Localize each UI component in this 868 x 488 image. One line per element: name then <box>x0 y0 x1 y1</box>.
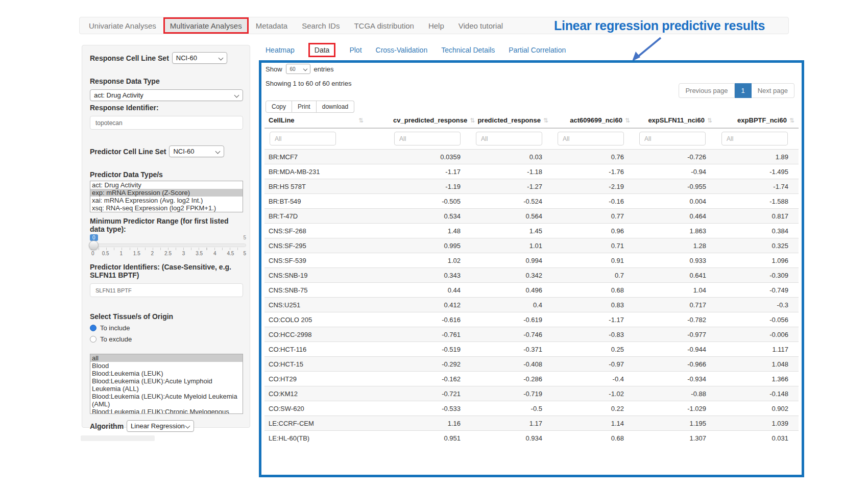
cell-value: -0.966 <box>634 357 716 372</box>
sort-icon[interactable]: ⇅ <box>707 117 712 124</box>
print-button[interactable]: Print <box>292 101 317 113</box>
table-row-cns-snb-19[interactable]: CNS:SNB-190.3430.3420.70.641-0.309 <box>264 268 799 283</box>
tissue-radio-group: To includeTo exclude <box>90 324 242 343</box>
table-row-co-hcc-2998[interactable]: CO:HCC-2998-0.761-0.746-0.83-0.977-0.006 <box>264 327 799 342</box>
slider-handle[interactable] <box>89 240 99 250</box>
nav-item-metadata[interactable]: Metadata <box>249 17 295 34</box>
listbox-option-exp-mrna-expression-z-score[interactable]: exp: mRNA Expression (Z-Score) <box>90 189 243 197</box>
table-row-cns-snb-75[interactable]: CNS:SNB-750.440.4960.681.04-0.749 <box>264 283 799 298</box>
nav-item-video-tutorial[interactable]: Video tutorial <box>451 17 510 34</box>
column-header-act609699-nci60[interactable]: act609699_nci60⇅ <box>552 113 634 128</box>
table-row-le-hl-60-tb[interactable]: LE:HL-60(TB)0.9510.9340.681.3070.031 <box>264 431 799 446</box>
table-row-co-hct-15[interactable]: CO:HCT-15-0.292-0.408-0.97-0.9661.048 <box>264 357 799 372</box>
column-label: act609699_nci60 <box>570 116 622 124</box>
cell-value: -0.309 <box>716 268 799 283</box>
cell-line: CNS:U251 <box>264 298 389 312</box>
predictor-data-types-listbox[interactable]: act: Drug Activityexp: mRNA Expression (… <box>90 181 243 212</box>
nav-item-univariate-analyses[interactable]: Univariate Analyses <box>82 17 163 34</box>
table-row-co-ht29[interactable]: CO:HT29-0.162-0.286-0.4-0.9341.366 <box>264 372 799 386</box>
slider-track[interactable] <box>90 243 246 247</box>
table-row-le-ccrf-cem[interactable]: LE:CCRF-CEM1.161.171.141.1951.039 <box>264 416 799 431</box>
table-row-br-bt-549[interactable]: BR:BT-549-0.505-0.524-0.160.004-1.588 <box>264 194 799 209</box>
table-row-co-sw-620[interactable]: CO:SW-620-0.533-0.50.22-1.0290.902 <box>264 401 799 416</box>
table-row-cns-sf-539[interactable]: CNS:SF-5391.020.9940.910.9331.096 <box>264 253 799 268</box>
radio-selected-icon[interactable] <box>90 325 97 331</box>
listbox-option-blood-leukemia-leuk-chronic-myelogenous-leukemia-cml[interactable]: Blood:Leukemia (LEUK):Chronic Myelogenou… <box>90 408 243 414</box>
table-row-cns-sf-268[interactable]: CNS:SF-2681.481.450.961.8630.384 <box>264 224 799 238</box>
filter-input-predicted-response[interactable] <box>476 132 542 145</box>
nav-item-multivariate-analyses[interactable]: Multivariate Analyses <box>163 17 249 34</box>
filter-input-cv-predicted-response[interactable] <box>394 132 461 145</box>
data-table: CellLine⇅cv_predicted_response⇅predicted… <box>264 113 799 446</box>
listbox-option-xsq-rna-seq-expression-log2-fpkm-1[interactable]: xsq: RNA-seq Expression (log2 FPKM+1.) <box>90 204 243 212</box>
next-page-button[interactable]: Next page <box>752 83 794 98</box>
sort-icon[interactable]: ⇅ <box>789 117 794 124</box>
tab-cross-validation[interactable]: Cross-Validation <box>376 46 428 54</box>
copy-button[interactable]: Copy <box>266 101 292 113</box>
cell-value: 1.096 <box>716 253 799 268</box>
listbox-option-blood-leukemia-leuk-acute-lymphoid-leukemia-all[interactable]: Blood:Leukemia (LEUK):Acute Lymphoid Leu… <box>90 377 243 393</box>
column-header-cv-predicted-response[interactable]: cv_predicted_response⇅ <box>389 113 471 128</box>
radio-unselected-icon[interactable] <box>90 336 97 343</box>
sort-icon[interactable]: ⇅ <box>470 117 475 124</box>
response-cell-line-set-select[interactable]: NCI-60 <box>172 52 227 64</box>
listbox-option-xai-mrna-expression-avg-log2-int[interactable]: xai: mRNA Expression (Avg. log2 Int.) <box>90 197 243 204</box>
table-row-co-colo-205[interactable]: CO:COLO 205-0.616-0.619-1.17-0.782-0.056 <box>264 312 799 327</box>
sidebar-panel: Response Cell Line Set NCI-60 Response D… <box>82 45 250 428</box>
table-row-co-hct-116[interactable]: CO:HCT-116-0.519-0.3710.25-0.9441.117 <box>264 342 799 357</box>
table-row-cns-u251[interactable]: CNS:U2510.4120.40.830.717-0.3 <box>264 298 799 312</box>
tab-heatmap[interactable]: Heatmap <box>266 46 295 54</box>
radio-option-to-include[interactable]: To include <box>90 324 242 332</box>
response-identifier-input[interactable]: topotecan <box>90 116 243 130</box>
table-row-br-mcf7[interactable]: BR:MCF70.03590.030.76-0.7261.89 <box>264 150 799 164</box>
column-header-cellline[interactable]: CellLine⇅ <box>264 113 389 128</box>
show-entries-select[interactable]: 60 <box>286 64 310 74</box>
predictor-identifiers-input[interactable]: SLFN11 BPTF <box>90 283 243 297</box>
algorithm-select[interactable]: Linear Regression <box>127 420 194 432</box>
predictor-cell-line-set-label: Predictor Cell Line Set <box>90 148 166 156</box>
predictor-data-types-label: Predictor Data Type/s <box>90 170 242 179</box>
cell-value: 0.342 <box>471 268 552 283</box>
column-header-predicted-response[interactable]: predicted_response⇅ <box>471 113 552 128</box>
page-number-button[interactable]: 1 <box>735 83 752 98</box>
sort-icon[interactable]: ⇅ <box>625 117 630 124</box>
listbox-option-act-drug-activity[interactable]: act: Drug Activity <box>90 181 243 189</box>
table-row-co-km12[interactable]: CO:KM12-0.721-0.719-1.02-0.88-0.148 <box>264 386 799 401</box>
listbox-option-blood-leukemia-leuk-acute-myeloid-leukemia-aml[interactable]: Blood:Leukemia (LEUK):Acute Myeloid Leuk… <box>90 393 243 408</box>
cell-line: CNS:SF-539 <box>264 253 389 268</box>
filter-input-expslfn11-nci60[interactable] <box>639 132 706 145</box>
table-header-row: CellLine⇅cv_predicted_response⇅predicted… <box>264 113 799 128</box>
sort-icon[interactable]: ⇅ <box>543 117 548 124</box>
previous-page-button[interactable]: Previous page <box>679 83 734 98</box>
table-row-br-t-47d[interactable]: BR:T-47D0.5340.5640.770.4640.817 <box>264 209 799 224</box>
column-header-expslfn11-nci60[interactable]: expSLFN11_nci60⇅ <box>634 113 716 128</box>
listbox-option-all[interactable]: all <box>90 354 243 362</box>
tab-technical-details[interactable]: Technical Details <box>441 46 495 54</box>
sort-icon[interactable]: ⇅ <box>358 117 364 124</box>
filter-input-expbptf-nci60[interactable] <box>721 132 788 145</box>
table-row-cns-sf-295[interactable]: CNS:SF-2950.9951.010.711.280.325 <box>264 238 799 253</box>
table-row-br-hs-578t[interactable]: BR:HS 578T-1.19-1.27-2.19-0.955-1.74 <box>264 179 799 194</box>
cell-value: -0.056 <box>716 312 799 327</box>
listbox-option-blood[interactable]: Blood <box>90 362 243 370</box>
cell-value: 1.14 <box>552 416 634 431</box>
filter-input-cellline[interactable] <box>270 132 336 145</box>
tab-data[interactable]: Data <box>308 43 336 57</box>
radio-option-to-exclude[interactable]: To exclude <box>90 335 242 343</box>
column-header-expbptf-nci60[interactable]: expBPTF_nci60⇅ <box>716 113 799 128</box>
nav-item-search-ids[interactable]: Search IDs <box>295 17 347 34</box>
table-row-br-mda-mb-231[interactable]: BR:MDA-MB-231-1.17-1.18-1.76-0.94-1.495 <box>264 164 799 179</box>
slider-tick-label: 1.5 <box>133 251 140 256</box>
listbox-option-blood-leukemia-leuk[interactable]: Blood:Leukemia (LEUK) <box>90 370 243 377</box>
nav-item-help[interactable]: Help <box>421 17 451 34</box>
nav-item-tcga-distribution[interactable]: TCGA distribution <box>347 17 421 34</box>
download-button[interactable]: download <box>317 101 354 113</box>
cell-value: 1.28 <box>634 238 716 253</box>
response-data-type-select[interactable]: act: Drug Activity <box>90 89 243 101</box>
tissue-listbox[interactable]: allBloodBlood:Leukemia (LEUK)Blood:Leuke… <box>90 354 243 414</box>
tab-plot[interactable]: Plot <box>349 46 361 54</box>
predictor-cell-line-set-select[interactable]: NCI-60 <box>169 145 224 157</box>
filter-input-act609699-nci60[interactable] <box>558 132 624 145</box>
tab-partial-correlation[interactable]: Partial Correlation <box>509 46 566 54</box>
cell-value: -0.16 <box>552 194 634 209</box>
